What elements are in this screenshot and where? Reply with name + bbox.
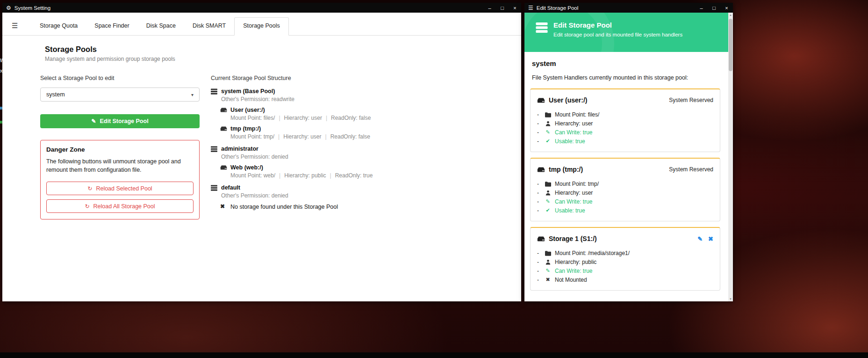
- hdd-icon: [537, 97, 545, 103]
- user-icon: [545, 259, 551, 265]
- banner-subtitle: Edit storage pool and its mounted file s…: [553, 32, 682, 37]
- check-icon: ✔: [545, 207, 551, 213]
- server-icon: [211, 184, 218, 199]
- handler-name: Storage 1 (S1:/): [549, 235, 697, 242]
- fs-handler-cards: User (user:/) System Reserved Mount Poin…: [524, 88, 733, 291]
- fs-handler-card-tmp: tmp (tmp:/) System Reserved Mount Point:…: [530, 158, 720, 221]
- selected-pool-value: system: [46, 91, 65, 98]
- handler-not-mounted: ✖ Not Mounted: [537, 275, 713, 284]
- pool-name: default: [221, 184, 288, 191]
- pool-permission: Other's Permission: denied: [221, 192, 288, 199]
- handler-hierarchy: Hierarchy: user: [537, 119, 713, 128]
- server-edit-icon: [536, 21, 548, 33]
- handler-actions: ✎ ✖: [697, 235, 713, 242]
- pool-node-system[interactable]: system (Base Pool) Other's Permission: r…: [211, 88, 373, 102]
- edit-icon: ✎: [91, 118, 96, 124]
- scrollbar-thumb[interactable]: [729, 19, 732, 71]
- edit-window-title: Edit Storage Pool: [537, 5, 695, 11]
- storage-name: User (user:/): [230, 107, 371, 114]
- hdd-icon: [220, 125, 227, 140]
- pool-structure-column: Current Storage Pool Structure system (B…: [211, 75, 373, 219]
- edit-storage-pool-button[interactable]: ✎ Edit Storage Pool: [40, 114, 200, 128]
- handler-can-write: ✎ Can Write: true: [537, 128, 713, 137]
- close-button[interactable]: ×: [720, 3, 733, 13]
- hdd-icon: [537, 167, 545, 173]
- folder-icon: [545, 181, 551, 187]
- server-icon: [211, 146, 218, 160]
- maximize-button[interactable]: □: [496, 3, 509, 13]
- scrollbar[interactable]: ▲ ▼: [728, 13, 733, 301]
- edit-icon: ✎: [545, 268, 551, 274]
- banner-title: Edit Storage Pool: [553, 21, 682, 29]
- edit-handler-button[interactable]: ✎: [697, 235, 703, 242]
- empty-pool-text: No storage found under this Storage Pool: [230, 203, 338, 211]
- handler-name: User (user:/): [549, 96, 669, 104]
- server-icon: [211, 88, 218, 102]
- storage-name: tmp (tmp:/): [230, 125, 370, 132]
- system-reserved-badge: System Reserved: [669, 166, 713, 173]
- danger-zone: Danger Zone The following buttons will u…: [40, 140, 200, 219]
- system-setting-window: ⚙ System Setting – □ × ☰ Storage Quota S…: [2, 3, 521, 301]
- edit-icon: ✎: [545, 129, 551, 135]
- fs-handler-card-storage1: Storage 1 (S1:/) ✎ ✖ Mount Point: /media…: [530, 227, 720, 291]
- page-subtitle: Manage system and permission group stora…: [45, 56, 521, 62]
- hamburger-menu-icon[interactable]: ☰: [528, 5, 533, 11]
- edit-button-label: Edit Storage Pool: [100, 118, 148, 124]
- pool-edit-column: Select a Storage Pool to edit system ▾ ✎…: [40, 75, 200, 219]
- tab-disk-space[interactable]: Disk Space: [138, 18, 184, 35]
- tab-storage-quota[interactable]: Storage Quota: [31, 18, 86, 35]
- main-window-title: System Setting: [14, 5, 483, 11]
- chevron-down-icon: ▾: [191, 92, 194, 97]
- pool-name: administrator: [221, 146, 288, 153]
- pool-node-default[interactable]: default Other's Permission: denied: [211, 184, 373, 199]
- refresh-icon: ↻: [85, 203, 89, 210]
- handler-name: tmp (tmp:/): [549, 166, 669, 173]
- maximize-button[interactable]: □: [708, 3, 720, 13]
- refresh-icon: ↻: [87, 185, 92, 192]
- gear-icon: ⚙: [6, 5, 11, 11]
- handler-hierarchy: Hierarchy: user: [537, 188, 713, 197]
- storage-node-user[interactable]: User (user:/) Mount Point: files/Hierarc…: [220, 107, 373, 121]
- hdd-icon: [220, 107, 227, 121]
- taskbar[interactable]: [0, 352, 868, 358]
- tab-bar: ☰ Storage Quota Space Finder Disk Space …: [2, 13, 521, 36]
- handler-can-write: ✎ Can Write: true: [537, 197, 713, 206]
- reload-selected-pool-button[interactable]: ↻ Reload Selected Pool: [46, 182, 194, 195]
- storage-node-tmp[interactable]: tmp (tmp:/) Mount Point: tmp/Hierarchy: …: [220, 125, 373, 140]
- pool-node-administrator[interactable]: administrator Other's Permission: denied: [211, 146, 373, 160]
- storage-pools-page: Storage Pools Manage system and permissi…: [2, 36, 521, 301]
- remove-handler-button[interactable]: ✖: [708, 235, 713, 242]
- close-button[interactable]: ×: [509, 3, 521, 13]
- minimize-button[interactable]: –: [483, 3, 496, 13]
- minimize-button[interactable]: –: [695, 3, 708, 13]
- select-pool-label: Select a Storage Pool to edit: [40, 75, 200, 81]
- edit-storage-pool-window: ☰ Edit Storage Pool – □ × Edit Storage P…: [524, 3, 733, 301]
- scroll-up-icon[interactable]: ▲: [728, 14, 733, 16]
- page-title: Storage Pools: [45, 45, 521, 54]
- scroll-down-icon[interactable]: ▼: [728, 298, 733, 300]
- hdd-icon: [220, 164, 227, 179]
- tab-storage-pools[interactable]: Storage Pools: [234, 17, 289, 36]
- fs-handler-card-user: User (user:/) System Reserved Mount Poin…: [530, 88, 720, 152]
- pool-permission: Other's Permission: readwrite: [221, 96, 294, 102]
- hamburger-menu-icon[interactable]: ☰: [12, 22, 20, 30]
- storage-pool-select[interactable]: system ▾: [40, 88, 200, 102]
- user-icon: [545, 190, 551, 196]
- storage-detail: Mount Point: web/Hierarchy: publicReadOn…: [230, 172, 373, 179]
- storage-name: Web (web:/): [230, 164, 373, 171]
- tab-disk-smart[interactable]: Disk SMART: [184, 18, 234, 35]
- storage-detail: Mount Point: files/Hierarchy: userReadOn…: [230, 115, 371, 121]
- danger-zone-description: The following buttons will unmount stora…: [46, 157, 191, 174]
- folder-icon: [545, 111, 551, 118]
- cross-icon: ✖: [220, 203, 227, 211]
- tab-space-finder[interactable]: Space Finder: [86, 18, 137, 35]
- edit-window-body: Edit Storage Pool Edit storage pool and …: [524, 13, 733, 301]
- reload-all-pool-button[interactable]: ↻ Reload All Storage Pool: [46, 199, 194, 213]
- storage-node-web[interactable]: Web (web:/) Mount Point: web/Hierarchy: …: [220, 164, 373, 179]
- danger-zone-title: Danger Zone: [46, 146, 194, 153]
- main-titlebar: ⚙ System Setting – □ ×: [2, 3, 521, 13]
- storage-detail: Mount Point: tmp/Hierarchy: userReadOnly…: [230, 133, 370, 140]
- handler-usable: ✔ Usable: true: [537, 137, 713, 146]
- empty-pool-message: ✖ No storage found under this Storage Po…: [220, 203, 373, 211]
- hdd-icon: [537, 236, 545, 242]
